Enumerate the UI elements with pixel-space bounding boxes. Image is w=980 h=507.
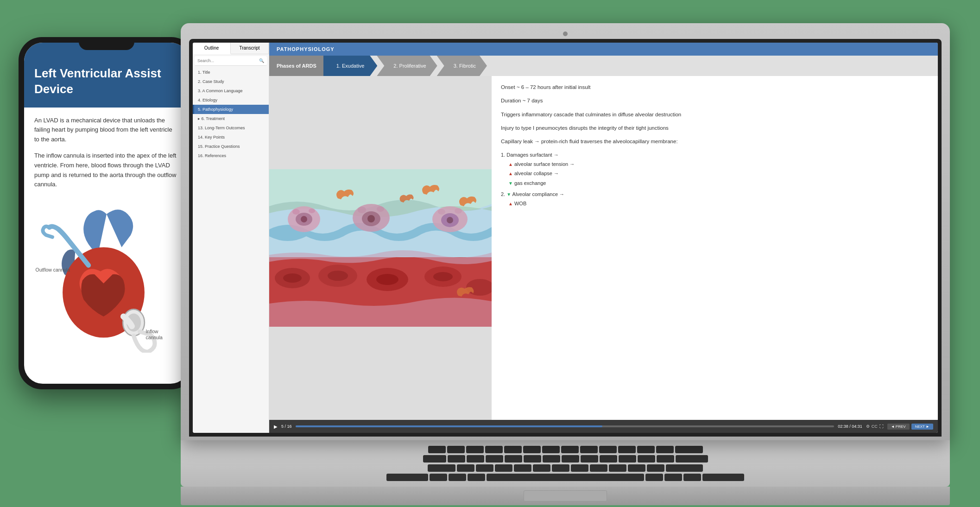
key[interactable]	[628, 464, 645, 472]
content-line-5: Capillary leak → protein-rich fluid trav…	[501, 138, 929, 146]
next-button[interactable]: NEXT ►	[911, 424, 933, 430]
key[interactable]	[590, 464, 607, 472]
key[interactable]	[505, 455, 522, 463]
key[interactable]	[664, 474, 682, 481]
key[interactable]	[676, 455, 708, 463]
phone-text-1: An LVAD is a mechanical device that unlo…	[34, 116, 179, 145]
settings-icon[interactable]: ⚙	[866, 424, 870, 429]
phone-title: Left Ventricular Assist Device	[34, 66, 179, 97]
key[interactable]	[675, 446, 703, 453]
key[interactable]	[430, 474, 447, 481]
key[interactable]	[561, 446, 579, 453]
key[interactable]	[619, 455, 636, 463]
key[interactable]	[647, 464, 664, 472]
content-area: PATHOPHYSIOLOGY Phases of ARDS 1. Exudat…	[269, 43, 938, 433]
laptop-trackpad[interactable]	[524, 490, 607, 501]
phase-tab-3[interactable]: 3. Fibrotic	[437, 56, 487, 76]
time-display: 02:38 / 04:31	[838, 424, 862, 429]
list-subitem-2a: ▲ WOB	[508, 200, 929, 208]
progress-bar[interactable]	[296, 425, 835, 427]
tab-transcript[interactable]: Transcript	[231, 43, 269, 54]
key[interactable]	[702, 474, 744, 481]
key[interactable]	[448, 455, 465, 463]
search-input[interactable]	[197, 58, 259, 63]
key[interactable]	[618, 446, 636, 453]
scene: Left Ventricular Assist Device An LVAD i…	[0, 0, 980, 507]
key[interactable]	[514, 464, 531, 472]
key[interactable]	[609, 464, 626, 472]
key[interactable]	[457, 464, 474, 472]
key[interactable]	[552, 464, 569, 472]
sidebar: Outline Transcript 🔍 1. Title 2. Case St	[193, 43, 269, 433]
nav-item-1[interactable]: 1. Title	[193, 68, 269, 77]
key[interactable]	[638, 455, 655, 463]
key[interactable]	[486, 455, 503, 463]
key[interactable]	[542, 446, 560, 453]
nav-item-2[interactable]: 2. Case Study	[193, 77, 269, 86]
content-line-2: Duration ~ 7 days	[501, 97, 929, 105]
key[interactable]	[600, 455, 617, 463]
nav-item-15[interactable]: 15. Practice Questions	[193, 142, 269, 151]
tab-outline[interactable]: Outline	[193, 43, 231, 54]
key[interactable]	[449, 474, 466, 481]
nav-item-16[interactable]: 16. References	[193, 151, 269, 160]
key[interactable]	[495, 464, 512, 472]
key[interactable]	[571, 464, 588, 472]
nav-item-4[interactable]: 4. Etiology	[193, 95, 269, 105]
nav-item-5[interactable]: 5. Pathophysiology	[193, 105, 269, 114]
key[interactable]	[447, 446, 465, 453]
illustration-area	[269, 76, 492, 420]
play-button[interactable]: ▶	[274, 424, 278, 429]
key[interactable]	[637, 446, 655, 453]
arrow-up-icon-3: ▲	[508, 201, 513, 206]
keyboard-row-3	[195, 464, 936, 472]
key[interactable]	[683, 474, 701, 481]
key[interactable]	[476, 464, 493, 472]
key[interactable]	[466, 446, 484, 453]
key[interactable]	[468, 474, 485, 481]
sidebar-tabs: Outline Transcript	[193, 43, 269, 54]
nav-controls: ◄ PREV NEXT ►	[887, 424, 933, 430]
key[interactable]	[467, 455, 484, 463]
key[interactable]	[386, 474, 428, 481]
progress-fill	[296, 425, 603, 427]
key[interactable]	[666, 464, 703, 472]
phase-tab-2[interactable]: 2. Proliferative	[377, 56, 437, 76]
key[interactable]	[580, 446, 598, 453]
laptop-screen-bezel: Outline Transcript 🔍 1. Title 2. Case St	[189, 39, 942, 437]
key[interactable]	[524, 455, 541, 463]
nav-item-13[interactable]: 13. Long-Term Outcomes	[193, 123, 269, 133]
spacebar-key[interactable]	[487, 474, 644, 481]
prev-button[interactable]: ◄ PREV	[887, 424, 910, 430]
svg-point-15	[358, 207, 366, 213]
key[interactable]	[428, 446, 446, 453]
key[interactable]	[562, 455, 579, 463]
key[interactable]	[543, 455, 560, 463]
svg-point-20	[438, 209, 445, 215]
nav-item-14[interactable]: 14. Key Points	[193, 133, 269, 142]
nav-item-3[interactable]: 3. A Common Language	[193, 86, 269, 95]
nav-item-6[interactable]: ▸ 6. Treatment	[193, 114, 269, 123]
content-list: 1. Damages surfactant → ▲ alveolar surfa…	[501, 151, 929, 207]
key[interactable]	[657, 455, 674, 463]
key[interactable]	[523, 446, 541, 453]
key[interactable]	[645, 474, 663, 481]
app-main: Outline Transcript 🔍 1. Title 2. Case St	[193, 43, 938, 433]
key[interactable]	[533, 464, 550, 472]
content-line-4: Injury to type I pneumocytes disrupts th…	[501, 124, 929, 132]
phone-heart-area: Outflow cannula Inflow cannula	[34, 196, 179, 353]
key[interactable]	[581, 455, 598, 463]
key[interactable]	[656, 446, 674, 453]
key[interactable]	[504, 446, 522, 453]
key[interactable]	[423, 455, 446, 463]
svg-text:Inflow: Inflow	[146, 330, 159, 335]
key[interactable]	[485, 446, 503, 453]
fullscreen-icon[interactable]: ⛶	[879, 424, 884, 429]
key[interactable]	[428, 464, 455, 472]
phase-tab-1[interactable]: 1. Exudative	[323, 56, 378, 76]
arrow-down-icon-1: ▼	[508, 181, 513, 186]
laptop-body: Outline Transcript 🔍 1. Title 2. Case St	[181, 23, 950, 440]
key[interactable]	[599, 446, 617, 453]
cc-icon[interactable]: CC	[872, 424, 878, 429]
laptop-camera	[563, 32, 568, 36]
